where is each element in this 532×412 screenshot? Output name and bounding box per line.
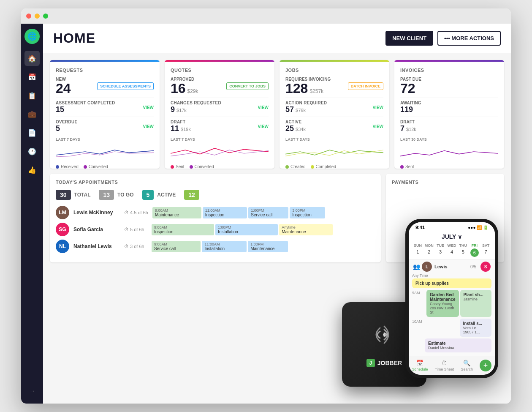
nathaniel-block-1[interactable]: 9:00AM Service call <box>152 241 201 252</box>
legend-converted: Converted <box>84 164 108 169</box>
invoices-card: INVOICES PAST DUE 72 AWAITING 119 <box>394 60 504 169</box>
phone-nav-search[interactable]: 🔍 Search <box>461 360 473 371</box>
invoices-legend: Sent <box>400 164 498 169</box>
requests-chart: LAST 7 DAYS Received <box>56 137 154 163</box>
active-stat: 5 ACTIVE <box>142 190 176 200</box>
header-actions: NEW CLIENT ••• MORE ACTIONS <box>385 31 501 46</box>
phone-nav-timesheet[interactable]: ⏱ Time Sheet <box>435 360 454 371</box>
lewis-avatar: LM <box>56 206 69 219</box>
nathaniel-block-3[interactable]: 1:00PM Maintenance <box>248 241 288 252</box>
minimize-button[interactable] <box>35 14 40 19</box>
other-stat: 12 <box>184 190 199 200</box>
active-view-link[interactable]: VIEW <box>372 124 383 129</box>
jobs-requires-group: REQUIRES INVOICING 128 $257k <box>285 77 331 95</box>
sidebar-item-clipboard[interactable]: 📋 <box>24 88 40 103</box>
requests-title: REQUESTS <box>56 68 154 73</box>
changes-view-link[interactable]: VIEW <box>258 105 269 110</box>
other-badge: 12 <box>184 190 199 200</box>
total-stat: 30 TOTAL <box>56 190 90 200</box>
title-bar <box>21 8 511 24</box>
lewis-hours: ⏱ 4.5 of 6h <box>124 210 148 215</box>
app-logo[interactable]: 🌐 <box>24 29 40 44</box>
nathaniel-avatar: NL <box>56 240 69 253</box>
sofia-avatar: SG <box>56 223 69 236</box>
sofia-block-1[interactable]: 9:00AM Inspection <box>152 224 214 235</box>
sofia-block-3[interactable]: Anytime Maintenance <box>279 224 333 235</box>
requests-new-row: NEW 24 SCHEDULE ASSESSMENTS <box>56 77 154 95</box>
quotes-approved-row: APPROVED 16 $29k CONVERT TO JOBS <box>171 77 269 95</box>
quotes-body: QUOTES APPROVED 16 $29k CONVERT TO JOBS <box>165 62 274 169</box>
assessment-view-link[interactable]: VIEW <box>143 105 154 110</box>
sidebar-item-briefcase[interactable]: 💼 <box>24 106 40 122</box>
sofia-name: Sofia Garcia <box>73 226 120 232</box>
phone-fab-add[interactable]: + <box>480 360 491 371</box>
active-badge: 5 <box>142 190 154 200</box>
estimate-event[interactable]: Estimate Daniel Messina <box>425 338 491 352</box>
sidebar-item-document[interactable]: 📄 <box>24 125 40 140</box>
plant-event[interactable]: Plant sh... Jasmine <box>460 290 491 317</box>
garden-bed-event[interactable]: Garden Bed Maintenance Casey Young 289 N… <box>426 290 459 317</box>
appt-stats-row: 30 TOTAL 13 TO GO 5 ACTIVE <box>56 190 375 200</box>
total-badge: 30 <box>56 190 71 200</box>
jobs-body: JOBS REQUIRES INVOICING 128 $257k BATCH <box>280 62 389 169</box>
pick-up-supplies-slot: Any Time Pick up supplies <box>412 273 491 288</box>
nathaniel-block-2[interactable]: 11:00AM Installation <box>202 241 247 252</box>
jobs-title: JOBS <box>285 68 383 73</box>
assessment-row: ASSESSMENT COMPLETED 15 VIEW <box>56 101 154 114</box>
changes-row: CHANGES REQUESTED 9 $17k VIEW <box>171 101 269 114</box>
received-dot <box>56 165 59 169</box>
overdue-label-group: OVERDUE 5 <box>56 120 78 133</box>
phone-user-avatar2: S <box>480 262 491 272</box>
to-go-badge: 13 <box>99 190 114 200</box>
quotes-legend: Sent Converted <box>171 164 269 169</box>
close-button[interactable] <box>26 14 31 19</box>
sidebar: 🌐 🏠 📅 📋 💼 📄 🕐 👍 → <box>21 24 43 404</box>
more-actions-button[interactable]: ••• MORE ACTIONS <box>437 31 501 46</box>
legend-received: Received <box>56 164 79 169</box>
appt-row-nathaniel: NL Nathaniel Lewis ⏱ 3 of 6h 9:00AM Serv… <box>56 240 375 253</box>
phone-user-row: 👥 L Lewis 0/5 S <box>412 262 491 272</box>
nathaniel-name: Nathaniel Lewis <box>73 243 120 249</box>
10am-slot: 10AM Install s... Vera Le... 19057 1... <box>412 319 491 337</box>
stats-row: REQUESTS NEW 24 SCHEDULE ASSESSMENTS <box>50 60 504 169</box>
action-row: ACTION REQUIRED 57 $76k VIEW <box>285 101 383 114</box>
schedule-assessments-badge[interactable]: SCHEDULE ASSESSMENTS <box>97 82 154 90</box>
maximize-button[interactable] <box>43 14 48 19</box>
phone-week-header: SUN MON TUE WED THU FRI SAT <box>409 243 495 248</box>
overdue-view-link[interactable]: VIEW <box>143 124 154 129</box>
appt-row-lewis: LM Lewis McKinney ⏱ 4.5 of 6h 9:00AM Mai… <box>56 206 375 219</box>
lewis-block-3[interactable]: 1:00PM Service call <box>248 207 288 218</box>
appt-row-sofia: SG Sofia Garcia ⏱ 5 of 6h 9:00AM Inspect… <box>56 223 375 236</box>
quotes-chart: LAST 7 DAYS Sent <box>171 137 269 163</box>
app-header: HOME NEW CLIENT ••• MORE ACTIONS <box>43 24 511 53</box>
nathaniel-timeline: 9:00AM Service call 11:00AM Installation… <box>152 241 375 252</box>
sidebar-item-thumbs[interactable]: 👍 <box>24 162 40 177</box>
convert-to-jobs-badge[interactable]: CONVERT TO JOBS <box>226 82 269 90</box>
payments-title: PAYMENTS <box>392 180 498 185</box>
phone-nav-schedule[interactable]: 📅 Schedule <box>412 360 428 371</box>
action-view-link[interactable]: VIEW <box>372 105 383 110</box>
sofia-timeline: 9:00AM Inspection 1:00PM Installation An… <box>152 224 375 235</box>
batch-invoice-badge[interactable]: BATCH INVOICE <box>348 82 383 90</box>
pick-up-supplies-event[interactable]: Pick up supplies <box>412 278 491 288</box>
active-group: ACTIVE 25 $34k <box>285 120 306 133</box>
converted-dot <box>84 165 87 169</box>
draft-view-link[interactable]: VIEW <box>258 124 269 129</box>
lewis-block-1[interactable]: 9:00AM Maintenance <box>152 207 201 218</box>
sidebar-expand[interactable]: → <box>24 383 40 398</box>
action-group: ACTION REQUIRED 57 $76k <box>285 101 327 114</box>
requests-legend: Received Converted <box>56 164 154 169</box>
sidebar-item-clock[interactable]: 🕐 <box>24 144 40 159</box>
lewis-block-4[interactable]: 3:00PM Inspection <box>290 207 325 218</box>
lewis-block-2[interactable]: 11:00AM Inspection <box>203 207 247 218</box>
sidebar-item-home[interactable]: 🏠 <box>24 51 40 66</box>
requests-body: REQUESTS NEW 24 SCHEDULE ASSESSMENTS <box>50 62 160 169</box>
legend-created: Created <box>285 164 306 169</box>
requests-new-label: NEW 24 <box>56 77 71 95</box>
sidebar-item-calendar[interactable]: 📅 <box>24 69 40 85</box>
install-event[interactable]: Install s... Vera Le... 19057 1... <box>460 319 492 337</box>
new-client-button[interactable]: NEW CLIENT <box>385 31 433 46</box>
sofia-block-2[interactable]: 1:00PM Installation <box>215 224 278 235</box>
phone-status-bar: 9:41 ●●● 📶 🔋 <box>409 222 495 231</box>
invoices-title: INVOICES <box>400 68 498 73</box>
